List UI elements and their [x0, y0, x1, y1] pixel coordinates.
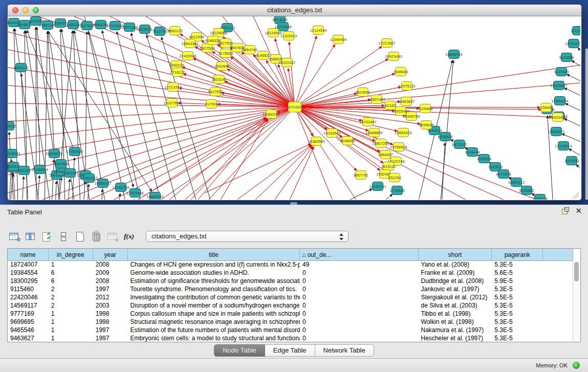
- float-panel-icon[interactable]: [562, 207, 569, 214]
- table-cell[interactable]: 1: [49, 260, 93, 269]
- network-node[interactable]: 1733426: [389, 186, 404, 195]
- table-cell[interactable]: Structural magnetic resonance image aver…: [128, 318, 300, 326]
- function-builder-button[interactable]: f(x): [122, 230, 136, 243]
- network-node[interactable]: 2718120: [170, 68, 185, 77]
- table-cell[interactable]: 0: [300, 326, 419, 334]
- table-cell[interactable]: Genome-wide association studies in ADHD.: [128, 269, 300, 277]
- network-node[interactable]: 18724007: [286, 102, 303, 112]
- table-cell[interactable]: 1997: [93, 334, 128, 342]
- table-cell[interactable]: Jankovic et al. (1997): [419, 285, 492, 293]
- table-cell[interactable]: 2: [49, 293, 93, 301]
- network-node[interactable]: 1615112: [381, 162, 396, 171]
- network-canvas[interactable]: 1872400788349942905572115158920891406183…: [8, 16, 580, 200]
- table-cell[interactable]: Changes of HCN gene expression and I(f) …: [128, 260, 300, 269]
- table-cell[interactable]: 1: [49, 334, 93, 342]
- table-cell[interactable]: [543, 285, 573, 293]
- table-cell[interactable]: Corpus callosum shape and size in male p…: [128, 310, 300, 318]
- network-node[interactable]: 1746914: [532, 194, 547, 200]
- table-cell[interactable]: 9465546: [8, 326, 49, 334]
- network-node[interactable]: 9227349: [554, 68, 569, 76]
- table-cell[interactable]: 0: [300, 334, 419, 342]
- table-cell[interactable]: 19384554: [8, 269, 49, 277]
- network-node[interactable]: 15692971: [548, 127, 564, 136]
- tab-node-table[interactable]: Node Table: [214, 344, 265, 357]
- network-node[interactable]: 8471676: [496, 170, 511, 179]
- network-node[interactable]: 9857791: [353, 171, 368, 180]
- network-node[interactable]: 15751074: [565, 39, 580, 48]
- table-cell[interactable]: 5.3E-5: [492, 334, 543, 342]
- network-node[interactable]: 18807249: [372, 139, 389, 148]
- table-cell[interactable]: 0: [300, 293, 419, 301]
- table-cell[interactable]: 5.3E-5: [492, 318, 543, 326]
- network-node[interactable]: 8938928: [438, 133, 452, 141]
- network-node[interactable]: 20206576: [46, 149, 62, 158]
- table-cell[interactable]: 22420046: [8, 293, 49, 301]
- table-cell[interactable]: 5.9E-5: [492, 277, 543, 285]
- window-resize-grip[interactable]: [573, 192, 579, 199]
- table-cell[interactable]: 9463627: [8, 334, 49, 342]
- network-node[interactable]: 9115460: [418, 104, 433, 113]
- table-cell[interactable]: Stergiakouli et al. (2012): [419, 293, 492, 301]
- network-node[interactable]: 15720407: [359, 118, 376, 126]
- scrollbar-thumb[interactable]: [574, 262, 579, 281]
- table-cell[interactable]: 1998: [93, 310, 128, 318]
- table-row[interactable]: 911546021997Tourette syndrome. Phenomeno…: [8, 285, 573, 293]
- network-node[interactable]: 12975115: [399, 82, 416, 91]
- table-cell[interactable]: 1: [49, 326, 93, 334]
- network-view-window[interactable]: citations_edges.txt 18724007883499429055…: [7, 4, 582, 201]
- delete-table-button[interactable]: [89, 230, 103, 243]
- table-cell[interactable]: 5.3E-5: [492, 285, 543, 293]
- table-cell[interactable]: [543, 310, 573, 318]
- network-node[interactable]: 6486160: [93, 20, 108, 29]
- network-node[interactable]: 11325419: [280, 32, 297, 40]
- table-cell[interactable]: [543, 318, 573, 326]
- table-cell[interactable]: Tibbo et al. (1998): [419, 310, 492, 318]
- network-node[interactable]: 3175685: [218, 49, 233, 58]
- table-cell[interactable]: 1997: [93, 285, 128, 293]
- table-settings-button[interactable]: ⚙: [7, 230, 21, 243]
- column-header-title[interactable]: title: [128, 249, 300, 260]
- table-cell[interactable]: Nakamura et al. (1997): [419, 326, 492, 334]
- table-cell[interactable]: 0: [300, 318, 419, 326]
- table-cell[interactable]: 18300295: [8, 277, 49, 285]
- table-cell[interactable]: 5.3E-5: [492, 260, 543, 269]
- network-node[interactable]: 6479197: [452, 140, 467, 149]
- table-cell[interactable]: 5.5E-5: [492, 293, 543, 301]
- table-cell[interactable]: [543, 301, 573, 310]
- table-cell[interactable]: 0: [300, 277, 419, 285]
- table-cell[interactable]: 1998: [93, 318, 128, 326]
- table-cell[interactable]: [543, 293, 573, 301]
- table-cell[interactable]: 2009: [93, 269, 128, 277]
- network-node[interactable]: 9245652: [519, 186, 534, 195]
- tab-edge-table[interactable]: Edge Table: [265, 344, 315, 357]
- network-node[interactable]: 9242848: [214, 62, 229, 71]
- network-node[interactable]: 8860123: [167, 27, 182, 35]
- network-node[interactable]: 17016514: [555, 142, 572, 150]
- network-node[interactable]: 10688809: [365, 128, 382, 137]
- table-cell[interactable]: 5.3E-5: [492, 326, 543, 334]
- table-cell[interactable]: Yano et al. (2008): [419, 260, 492, 269]
- table-cell[interactable]: 14569117: [8, 301, 49, 310]
- table-cell[interactable]: Dudbridge et al. (2008): [419, 277, 492, 285]
- network-node[interactable]: 7515526: [137, 25, 152, 34]
- table-cell[interactable]: 0: [300, 310, 419, 318]
- table-row[interactable]: 1938455462009Genome-wide association stu…: [8, 269, 573, 277]
- table-cell[interactable]: Wolkin et al. (1998): [419, 318, 492, 326]
- row-check-button[interactable]: ✔✔: [40, 230, 54, 243]
- network-node[interactable]: 15995: [541, 103, 552, 112]
- table-row[interactable]: 2242004622012Investigating the contribut…: [8, 293, 573, 301]
- table-cell[interactable]: Disruption of a novel member of a sodium…: [128, 301, 300, 310]
- table-cell[interactable]: [543, 269, 573, 277]
- network-node[interactable]: 2935114: [477, 155, 492, 163]
- network-node[interactable]: 10654112: [508, 178, 525, 187]
- table-cell[interactable]: 1997: [93, 326, 128, 334]
- table-row[interactable]: 977716911998Corpus callosum shape and si…: [8, 310, 573, 318]
- table-cell[interactable]: 9699695: [8, 318, 49, 326]
- network-node[interactable]: 1112148: [571, 27, 580, 35]
- network-node[interactable]: 19654923: [395, 128, 411, 137]
- column-header-pagerank[interactable]: pagerank: [492, 249, 543, 260]
- table-cell[interactable]: 9115460: [8, 285, 49, 293]
- select-columns-button[interactable]: [24, 230, 38, 243]
- table-cell[interactable]: Investigating the contribution of common…: [128, 293, 300, 301]
- table-cell[interactable]: 1: [49, 310, 93, 318]
